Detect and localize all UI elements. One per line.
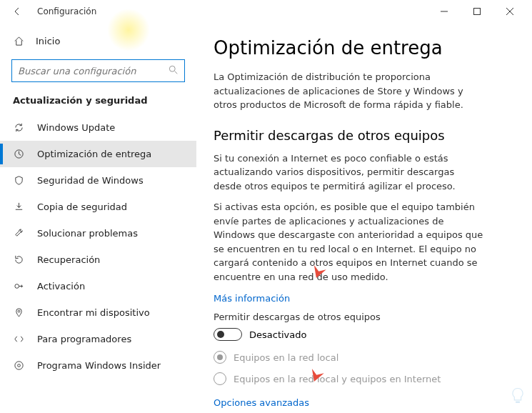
toggle-state-text: Desactivado (249, 329, 306, 340)
toggle-label: Permitir descargas de otros equipos (214, 312, 506, 322)
svg-point-8 (18, 310, 20, 312)
sidebar-item-recovery[interactable]: Recuperación (0, 247, 196, 273)
radio-label: Equipos en la red local y equipos en Int… (234, 374, 441, 384)
paragraph-2: Si activas esta opción, es posible que e… (214, 200, 485, 284)
svg-point-7 (14, 284, 19, 289)
allow-downloads-toggle[interactable] (214, 328, 242, 341)
page-title: Optimización de entrega (214, 37, 506, 59)
sidebar-item-label: Activación (37, 281, 85, 292)
close-button[interactable] (493, 0, 526, 23)
sidebar-item-label: Recuperación (37, 254, 100, 265)
radio-icon (214, 351, 226, 364)
search-input[interactable] (18, 66, 169, 76)
home-button[interactable]: Inicio (0, 29, 196, 54)
location-icon (13, 307, 24, 318)
sidebar-item-label: Solucionar problemas (37, 228, 138, 239)
insider-icon (13, 360, 24, 371)
shield-icon (13, 175, 24, 186)
sidebar-item-label: Seguridad de Windows (37, 175, 144, 186)
sidebar-item-label: Copia de seguridad (37, 201, 127, 212)
sidebar-item-backup[interactable]: Copia de seguridad (0, 194, 196, 220)
sidebar-item-windows-update[interactable]: Windows Update (0, 114, 196, 141)
code-icon (13, 334, 24, 344)
titlebar: Configuración (0, 0, 532, 23)
sidebar-item-windows-security[interactable]: Seguridad de Windows (0, 167, 196, 194)
window-title: Configuración (37, 6, 96, 16)
back-button[interactable] (6, 0, 29, 23)
radio-label: Equipos en la red local (234, 352, 338, 363)
page-intro: La Optimización de distribución te propo… (214, 70, 485, 112)
sync-icon (13, 122, 24, 133)
sidebar-item-label: Encontrar mi dispositivo (37, 307, 150, 318)
home-label: Inicio (36, 36, 60, 46)
svg-point-10 (17, 364, 20, 367)
sidebar-item-insider[interactable]: Programa Windows Insider (0, 352, 196, 379)
home-icon (13, 36, 24, 46)
advanced-options-link[interactable]: Opciones avanzadas (214, 397, 309, 408)
key-icon (13, 281, 24, 292)
sidebar-item-activation[interactable]: Activación (0, 273, 196, 299)
wrench-icon (13, 228, 24, 239)
paragraph-1: Si tu conexión a Internet es poco confia… (214, 151, 485, 194)
sidebar-item-delivery-optimization[interactable]: Optimización de entrega (0, 141, 196, 167)
sidebar-item-troubleshoot[interactable]: Solucionar problemas (0, 220, 196, 247)
delivery-icon (13, 149, 24, 159)
sidebar-item-developers[interactable]: Para programadores (0, 326, 196, 352)
recovery-icon (13, 254, 24, 265)
sidebar-item-label: Programa Windows Insider (37, 360, 161, 371)
more-info-link[interactable]: Más información (214, 293, 290, 304)
radio-local-internet: Equipos en la red local y equipos en Int… (214, 372, 506, 385)
main-panel: Optimización de entrega La Optimización … (196, 23, 532, 413)
search-box[interactable] (11, 59, 185, 82)
sidebar-item-find-device[interactable]: Encontrar mi dispositivo (0, 299, 196, 326)
toggle-knob (217, 331, 224, 338)
search-icon (169, 64, 179, 78)
sidebar-item-label: Windows Update (37, 122, 115, 133)
radio-local: Equipos en la red local (214, 351, 506, 364)
window-controls (428, 0, 526, 23)
svg-line-5 (175, 71, 178, 74)
sidebar: Inicio Actualización y seguridad Windows… (0, 23, 196, 413)
sidebar-item-label: Optimización de entrega (37, 149, 151, 159)
svg-rect-1 (474, 9, 481, 15)
backup-icon (13, 201, 24, 212)
sidebar-item-label: Para programadores (37, 334, 131, 344)
svg-point-9 (14, 362, 22, 369)
section-subtitle: Permitir descargas de otros equipos (214, 128, 506, 143)
minimize-button[interactable] (428, 0, 461, 23)
radio-icon (214, 372, 226, 385)
svg-point-4 (169, 66, 175, 71)
watermark-bulb-icon (508, 386, 528, 409)
sidebar-section-title: Actualización y seguridad (0, 92, 196, 114)
maximize-button[interactable] (461, 0, 493, 23)
